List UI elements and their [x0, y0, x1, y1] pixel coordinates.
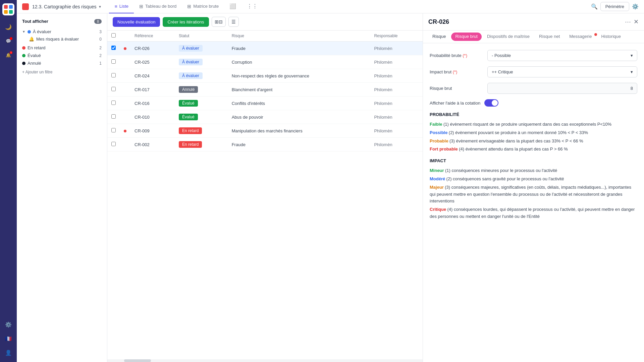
afficher-aide-label: Afficher l'aide à la cotation [430, 101, 480, 106]
impact-brut-select[interactable]: ++ Critique ▾ [487, 66, 637, 77]
tab-extra2[interactable]: ⋮⋮ [241, 0, 263, 13]
detail-tab-risque-brut[interactable]: Risque brut [451, 33, 481, 41]
a-evaluer-label: À évaluer [33, 29, 97, 34]
filter-a-evaluer[interactable]: ▼ À évaluer 3 [22, 28, 102, 36]
messages-icon[interactable]: 💬 [2, 35, 14, 47]
detail-tab-messagerie[interactable]: Messagerie [565, 31, 596, 43]
risque-brut-value: 8 [487, 83, 637, 94]
row-checkbox[interactable] [111, 73, 116, 77]
perimetre-button[interactable]: Périmètre [600, 2, 629, 11]
user-icon[interactable]: 👤 [2, 347, 14, 359]
afficher-aide-toggle[interactable] [484, 99, 498, 107]
row-checkbox-cell[interactable] [107, 97, 120, 110]
detail-tab-risque[interactable]: Risque [428, 31, 450, 43]
settings-icon[interactable]: ⚙️ [2, 318, 14, 330]
tab-matrice-label: Matrice brute [193, 4, 219, 9]
app-logo[interactable] [2, 3, 14, 15]
row-risk[interactable]: Conflits d'intérêts [228, 97, 370, 110]
moon-icon[interactable]: 🌙 [2, 21, 14, 33]
detail-close-icon[interactable]: ✕ [634, 18, 639, 25]
filter-en-retard[interactable]: En retard 2 [22, 44, 102, 52]
row-reference[interactable]: CR-025 [130, 55, 175, 69]
row-reference[interactable]: CR-010 [130, 110, 175, 124]
row-reference[interactable]: CR-009 [130, 124, 175, 138]
header-risque: Risque [228, 31, 370, 42]
detail-more-icon[interactable]: ⋯ [625, 18, 631, 25]
row-checkbox[interactable] [111, 46, 116, 50]
tab-extra1[interactable]: ⬜ [224, 0, 241, 13]
tableau-tab-icon: ⊞ [139, 4, 143, 9]
row-reference[interactable]: CR-017 [130, 83, 175, 97]
row-checkbox-cell[interactable] [107, 83, 120, 97]
table-row[interactable]: CR-026 À évaluer Fraude Philomèn [107, 42, 423, 55]
search-icon[interactable]: 🔍 [591, 3, 598, 10]
row-reference[interactable]: CR-024 [130, 69, 175, 83]
row-checkbox[interactable] [111, 101, 116, 105]
horizontal-scrollbar[interactable] [107, 359, 423, 362]
help-critique-text: (4) conséquences lourdes, qui dépassent … [430, 207, 635, 219]
header-checkbox[interactable] [107, 31, 120, 42]
table-row[interactable]: CR-025 À évaluer Corruption Philomèn [107, 55, 423, 69]
row-reference[interactable]: CR-026 [130, 42, 175, 55]
table-row[interactable]: CR-010 Évalué Abus de pouvoir Philomèn [107, 110, 423, 124]
table-row[interactable]: CR-017 Annulé Blanchiment d'argent Philo… [107, 83, 423, 97]
table-row[interactable]: CR-002 En retard Fraude Philomèn [107, 138, 423, 152]
filter-evalue[interactable]: Évalué 2 [22, 52, 102, 59]
row-checkbox-cell[interactable] [107, 110, 120, 124]
tab-matrice[interactable]: ⊞ Matrice brute [182, 0, 224, 13]
nouvelle-evaluation-button[interactable]: Nouvelle évaluation [113, 17, 160, 27]
tab-liste[interactable]: ≡ Liste [109, 0, 134, 13]
sidebar-filters: Tout afficher 8 ▼ À évaluer 3 🔔 Mes risq… [17, 13, 107, 362]
detail-tab-historique[interactable]: Historique [597, 31, 625, 43]
detail-panel: CR-026 ⋯ ✕ Risque Risque brut Dispositif… [423, 13, 644, 362]
row-checkbox[interactable] [111, 59, 116, 64]
tout-afficher-label[interactable]: Tout afficher [22, 19, 48, 24]
table-row[interactable]: CR-016 Évalué Conflits d'intérêts Philom… [107, 97, 423, 110]
en-retard-label: En retard [28, 45, 97, 50]
settings-top-icon[interactable]: ⚙️ [632, 3, 639, 10]
filter-annule[interactable]: Annulé 1 [22, 59, 102, 67]
svg-rect-3 [4, 10, 8, 14]
row-checkbox[interactable] [111, 87, 116, 91]
row-risk[interactable]: Fraude [228, 138, 370, 152]
add-filter-button[interactable]: + Ajouter un filtre [22, 70, 102, 74]
row-reference[interactable]: CR-002 [130, 138, 175, 152]
row-risk[interactable]: Non-respect des règles de gouvernance [228, 69, 370, 83]
language-flag-icon[interactable]: 🇫🇷 [2, 333, 14, 345]
row-checkbox[interactable] [111, 128, 116, 132]
row-dot-cell [120, 138, 130, 152]
status-badge: À évaluer [179, 45, 203, 52]
row-responsable: Philomèn [370, 83, 423, 97]
status-badge: À évaluer [179, 72, 203, 79]
detail-tab-dispositifs[interactable]: Dispositifs de maîtrise [483, 31, 534, 43]
scrollbar-thumb[interactable] [124, 359, 151, 362]
detail-tab-risque-net[interactable]: Risque net [535, 31, 564, 43]
columns-button[interactable]: ☰ [228, 17, 239, 27]
row-risk[interactable]: Corruption [228, 55, 370, 69]
row-checkbox-cell[interactable] [107, 138, 120, 152]
row-checkbox-cell[interactable] [107, 42, 120, 55]
help-faible-item: Faible (1) évènement risquant de se prod… [430, 121, 637, 128]
creer-iterations-button[interactable]: Créer les itérations [163, 17, 209, 27]
row-risk[interactable]: Blanchiment d'argent [228, 83, 370, 97]
filter-mes-risques[interactable]: 🔔 Mes risques à évaluer 0 [29, 36, 102, 43]
row-checkbox[interactable] [111, 142, 116, 146]
row-checkbox-cell[interactable] [107, 55, 120, 69]
row-checkbox[interactable] [111, 114, 116, 119]
risk-table: Référence Statut Risque Responsable CR-0… [107, 31, 423, 359]
impact-brut-value: ++ Critique [492, 69, 513, 74]
table-toolbar: Nouvelle évaluation Créer les itérations… [107, 13, 423, 31]
row-risk[interactable]: Abus de pouvoir [228, 110, 370, 124]
table-row[interactable]: CR-009 En retard Manipulation des marché… [107, 124, 423, 138]
table-row[interactable]: CR-024 À évaluer Non-respect des règles … [107, 69, 423, 83]
row-risk[interactable]: Fraude [228, 42, 370, 55]
view-toggle-button[interactable]: ⊞⊟ [212, 17, 226, 27]
tab-tableau[interactable]: ⊞ Tableau de bord [134, 0, 182, 13]
row-reference[interactable]: CR-016 [130, 97, 175, 110]
row-checkbox-cell[interactable] [107, 124, 120, 138]
row-checkbox-cell[interactable] [107, 69, 120, 83]
probabilite-brute-select[interactable]: - Possible ▾ [487, 50, 637, 61]
select-all-checkbox[interactable] [111, 33, 116, 38]
notifications-icon[interactable]: 🔔 1 [2, 49, 14, 61]
row-risk[interactable]: Manipulation des marchés financiers [228, 124, 370, 138]
